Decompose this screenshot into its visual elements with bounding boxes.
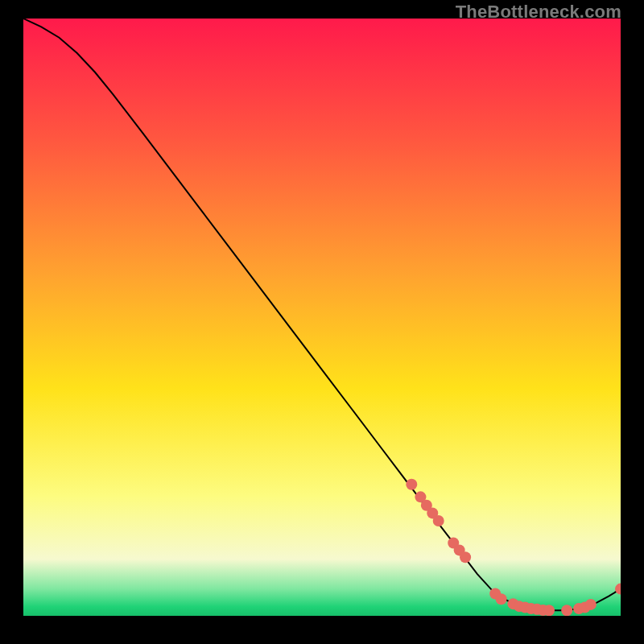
chart-stage: TheBottleneck.com	[0, 0, 644, 644]
data-point	[496, 593, 507, 605]
data-point	[433, 515, 444, 526]
plot-area	[23, 19, 621, 616]
data-point	[585, 599, 597, 610]
data-point	[460, 551, 471, 563]
data-point	[561, 605, 572, 616]
data-point	[543, 605, 555, 616]
gradient-background	[23, 19, 621, 616]
data-point	[406, 479, 417, 490]
chart-svg	[23, 19, 621, 616]
